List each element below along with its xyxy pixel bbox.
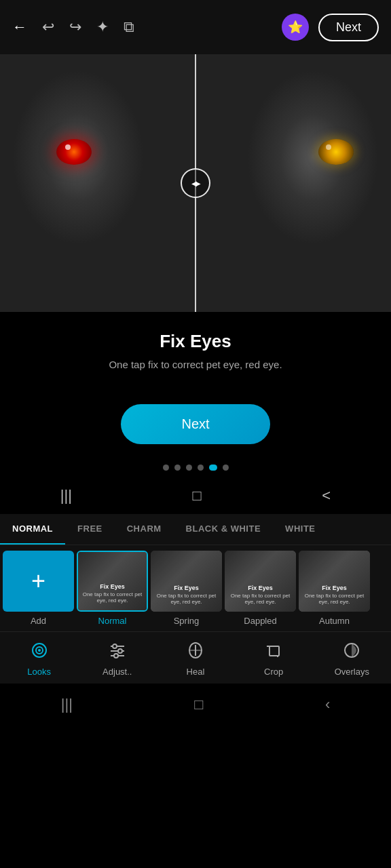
nav-menu-icon[interactable]: ||| (61, 696, 73, 713)
svg-point-2 (38, 649, 41, 652)
redo-icon[interactable]: ↪ (69, 18, 81, 36)
filter-preview-spring: Fix EyesOne tap fix to correct pet eye, … (151, 551, 222, 612)
bottom-toolbar: Looks Adjust.. Heal (0, 631, 391, 684)
dot-2 (174, 465, 181, 471)
filter-tabs: NORMAL FREE CHARM BLACK & WHITE WHITE (0, 514, 391, 545)
filter-label-spring: Spring (174, 616, 200, 626)
android-home-button[interactable]: □ (193, 487, 202, 505)
image-comparison-area (0, 54, 391, 312)
top-toolbar: ← ↩ ↪ ✦ ⧉ ⭐ Next (0, 0, 391, 54)
tab-charm[interactable]: CHARM (115, 514, 174, 545)
tab-white[interactable]: WHITE (273, 514, 327, 545)
tool-adjust[interactable]: Adjust.. (90, 642, 145, 677)
filter-label-normal: Normal (98, 616, 127, 626)
fix-eyes-section: Fix Eyes One tap fix to correct pet eye,… (0, 312, 391, 377)
toolbar-right: ⭐ Next (282, 14, 379, 41)
tool-looks-label: Looks (27, 667, 51, 677)
magic-icon[interactable]: ✦ (96, 18, 109, 36)
looks-icon (31, 642, 48, 663)
next-button-top[interactable]: Next (318, 14, 379, 41)
filter-thumb-dappled[interactable]: Fix EyesOne tap fix to correct pet eye, … (225, 551, 296, 626)
cat-before (0, 54, 196, 312)
android-nav-bar: ||| □ < (0, 477, 391, 514)
filter-label-add: Add (31, 616, 46, 626)
android-back-button[interactable]: < (322, 487, 331, 505)
next-button-area: Next (0, 377, 391, 455)
filter-thumb-spring[interactable]: Fix EyesOne tap fix to correct pet eye, … (151, 551, 222, 626)
back-icon[interactable]: ← (12, 18, 27, 36)
star-button[interactable]: ⭐ (282, 14, 309, 41)
dot-3 (186, 465, 192, 471)
cat-after (196, 54, 391, 312)
next-button-main[interactable]: Next (121, 404, 270, 444)
tool-crop[interactable]: Crop (246, 642, 301, 677)
pagination-dots (0, 455, 391, 477)
tab-bw[interactable]: BLACK & WHITE (174, 514, 274, 545)
toolbar-left: ← ↩ ↪ ✦ ⧉ (12, 18, 134, 36)
add-icon: + (3, 551, 74, 612)
dot-1 (163, 465, 169, 471)
filter-thumb-normal[interactable]: Fix EyesOne tap fix to correct pet eye, … (77, 551, 148, 626)
android-menu-button[interactable]: ||| (60, 487, 72, 505)
adjust-icon (109, 642, 126, 663)
filter-preview-normal: Fix EyesOne tap fix to correct pet eye, … (77, 551, 148, 612)
dot-5 (209, 465, 217, 471)
crop-icon (265, 642, 282, 663)
heal-icon (187, 642, 204, 663)
normal-eye (318, 139, 354, 165)
tool-adjust-label: Adjust.. (103, 667, 132, 677)
tool-heal[interactable]: Heal (168, 642, 223, 677)
final-android-nav: ||| □ ‹ (0, 684, 391, 726)
svg-rect-12 (269, 646, 279, 656)
filter-thumb-add[interactable]: + Add (3, 551, 74, 626)
tool-looks[interactable]: Looks (12, 642, 67, 677)
eye-reflection (65, 144, 71, 150)
filter-thumbnails: + Add Fix EyesOne tap fix to correct pet… (0, 545, 391, 631)
dot-6 (223, 465, 229, 471)
fix-eyes-subtitle: One tap fix to correct pet eye, red eye. (14, 359, 377, 370)
svg-point-8 (114, 654, 118, 658)
filter-thumb-autumn[interactable]: Fix EyesOne tap fix to correct pet eye, … (299, 551, 370, 626)
fix-eyes-title: Fix Eyes (14, 331, 377, 352)
compare-icon[interactable]: ⧉ (124, 18, 134, 36)
nav-home-icon[interactable]: □ (194, 696, 203, 713)
red-eye (56, 139, 92, 165)
filter-label-autumn: Autumn (319, 616, 350, 626)
svg-point-6 (118, 649, 122, 653)
tool-heal-label: Heal (187, 667, 205, 677)
tab-normal[interactable]: NORMAL (0, 514, 65, 545)
tool-overlays-label: Overlays (335, 667, 369, 677)
filter-preview-dappled: Fix EyesOne tap fix to correct pet eye, … (225, 551, 296, 612)
undo-icon[interactable]: ↩ (42, 18, 54, 36)
dot-4 (198, 465, 204, 471)
nav-back-icon[interactable]: ‹ (325, 696, 330, 713)
tool-overlays[interactable]: Overlays (324, 642, 379, 677)
svg-point-4 (113, 644, 117, 648)
eye-reflection-right (326, 144, 331, 150)
overlays-icon (343, 642, 360, 663)
split-handle[interactable] (181, 168, 210, 198)
filter-label-dappled: Dappled (244, 616, 276, 626)
tab-free[interactable]: FREE (65, 514, 115, 545)
filter-preview-autumn: Fix EyesOne tap fix to correct pet eye, … (299, 551, 370, 612)
tool-crop-label: Crop (264, 667, 283, 677)
